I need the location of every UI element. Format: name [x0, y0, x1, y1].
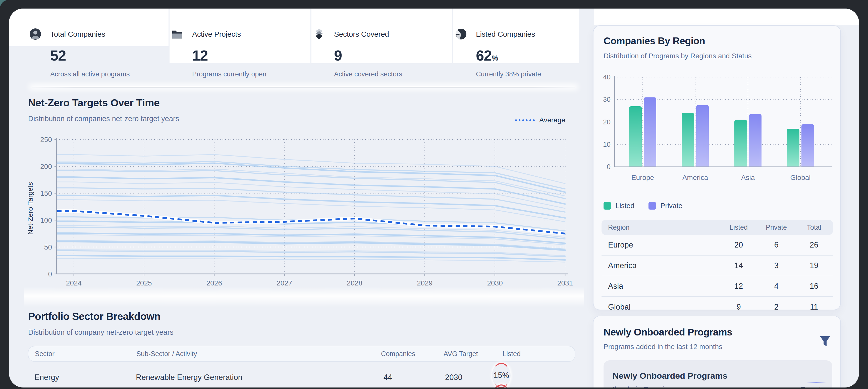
stat-value: 52: [50, 47, 66, 64]
pie-chart-icon: [455, 28, 467, 40]
stat-card-active-projects: Active Projects 12 Programs currently op…: [171, 28, 302, 78]
stat-card-listed-companies: Listed Companies 62% Currently 38% priva…: [455, 28, 586, 78]
region-bar-chart: 010203040EuropeAmericaAsiaGlobal: [593, 71, 841, 189]
dashboard-surface: Total Companies 52 Across all active pro…: [9, 8, 859, 388]
svg-text:20: 20: [603, 118, 611, 126]
svg-text:Asia: Asia: [741, 174, 755, 181]
cell-region: Global: [608, 303, 720, 311]
region-table-header: Region Listed Private Total: [601, 220, 833, 235]
newly-onboarded-card: Newly Onboarded Programs Programs added …: [593, 316, 841, 388]
target-sparkline: [806, 382, 826, 383]
stat-subtitle: Programs currently open: [192, 70, 302, 78]
cell-total: 11: [795, 303, 833, 311]
top-white-strip: [594, 8, 859, 25]
bar-chart-legend: Listed Private: [603, 202, 682, 210]
svg-text:America: America: [682, 174, 708, 181]
cell-total: 16: [795, 282, 833, 291]
cell-total: 19: [795, 261, 833, 270]
svg-text:30: 30: [603, 96, 611, 103]
svg-text:2029: 2029: [417, 279, 433, 287]
col-avg-target: AVG Target: [443, 350, 478, 358]
svg-text:Global: Global: [790, 174, 811, 181]
region-card-subtitle: Distribution of Programs by Regions and …: [603, 52, 752, 60]
legend-item-private[interactable]: Private: [649, 202, 682, 210]
cell-sector: Energy: [34, 373, 59, 382]
region-row-asia[interactable]: Asia 12 4 16: [601, 276, 833, 297]
col-region: Region: [608, 223, 720, 232]
svg-text:250: 250: [40, 136, 52, 144]
cell-private: 6: [757, 240, 795, 249]
stat-value: 12: [192, 47, 208, 64]
svg-text:100: 100: [40, 216, 52, 224]
stat-value: 62: [476, 47, 492, 64]
onboarded-list-panel: Newly Onboarded Programs Iberdroja Energ…: [603, 360, 832, 388]
cell-listed: 14: [720, 261, 757, 270]
onboarded-list-title: Newly Onboarded Programs: [613, 371, 727, 381]
region-row-europe[interactable]: Europe 20 6 26: [601, 235, 833, 256]
cell-region: America: [608, 261, 720, 270]
svg-text:10: 10: [603, 141, 611, 148]
cell-listed: 9: [720, 303, 757, 311]
svg-text:0: 0: [48, 270, 52, 278]
cell-avg-target: 2030: [445, 373, 462, 382]
average-legend-label: Average: [539, 116, 565, 124]
cell-subsector: Renewable Energy Generation: [136, 373, 242, 382]
cell-listed: 12: [720, 282, 757, 291]
stat-subtitle: Across all active programs: [50, 70, 160, 78]
cell-companies: 44: [383, 373, 392, 382]
legend-listed-label: Listed: [616, 202, 634, 210]
stat-label: Listed Companies: [476, 30, 535, 38]
onboarded-title: Newly Onboarded Programs: [603, 327, 732, 338]
svg-text:2028: 2028: [347, 279, 363, 287]
col-listed: Listed: [720, 223, 757, 232]
target-label: Target: [801, 386, 821, 388]
legend-item-listed[interactable]: Listed: [603, 202, 634, 210]
svg-text:2030: 2030: [487, 279, 502, 287]
region-row-america[interactable]: America 14 3 19: [601, 256, 833, 276]
svg-text:50: 50: [44, 243, 52, 251]
region-card-title: Companies By Region: [603, 35, 705, 47]
cell-private: 3: [757, 261, 795, 270]
svg-text:Net-Zero Targets: Net-Zero Targets: [26, 182, 34, 235]
stat-value: 9: [334, 47, 342, 64]
svg-text:2024: 2024: [66, 279, 82, 287]
stat-subtitle: Currently 38% private: [476, 70, 586, 78]
stat-card-total-companies: Total Companies 52 Across all active pro…: [29, 28, 160, 78]
netzero-legend[interactable]: Average: [515, 116, 565, 124]
col-listed: Listed: [502, 350, 521, 358]
funnel-icon: [820, 336, 830, 346]
netzero-chart-subtitle: Distribution of companies net-zero targe…: [28, 115, 179, 123]
portfolio-table-header: Sector Sub-Sector / Activity Companies A…: [28, 346, 576, 362]
svg-text:0: 0: [607, 163, 611, 171]
stats-divider: [32, 87, 576, 87]
stat-value-suffix: %: [492, 54, 498, 62]
folder-icon: [171, 28, 183, 40]
filter-button[interactable]: [817, 334, 833, 349]
cell-private: 4: [757, 282, 795, 291]
listed-percent-badge: 15%: [492, 363, 510, 388]
stat-card-sectors-covered: Sectors Covered 9 Active covered sectors: [313, 28, 444, 78]
listed-swatch: [603, 202, 611, 210]
cell-region: Asia: [608, 282, 720, 291]
legend-private-label: Private: [660, 202, 682, 210]
svg-text:200: 200: [40, 162, 52, 170]
col-sector: Sector: [35, 350, 55, 358]
netzero-line-chart: 0501001502002502024202520262027202820292…: [24, 134, 584, 300]
svg-text:2025: 2025: [136, 279, 152, 287]
program-name[interactable]: Iberdroja Energia: [613, 386, 668, 388]
average-line-swatch: [515, 119, 535, 121]
portfolio-table-row[interactable]: Energy Renewable Energy Generation 44 20…: [28, 362, 576, 388]
cell-total: 26: [795, 240, 833, 249]
svg-text:Europe: Europe: [631, 174, 654, 181]
svg-text:2027: 2027: [277, 279, 292, 287]
region-row-global[interactable]: Global 9 2 11: [601, 297, 833, 318]
private-swatch: [649, 202, 656, 210]
svg-text:40: 40: [603, 73, 611, 81]
stat-subtitle: Active covered sectors: [334, 70, 444, 78]
companies-by-region-card: Companies By Region Distribution of Prog…: [593, 25, 841, 310]
user-icon: [29, 28, 41, 40]
svg-text:2031: 2031: [557, 279, 573, 287]
col-subsector: Sub-Sector / Activity: [136, 350, 197, 358]
stat-label: Total Companies: [50, 30, 105, 38]
cell-private: 2: [757, 303, 795, 311]
